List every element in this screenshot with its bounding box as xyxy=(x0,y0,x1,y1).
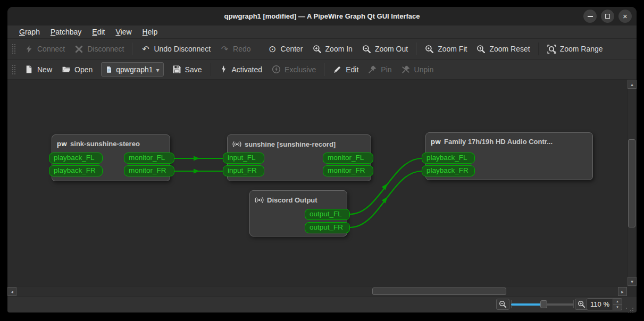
port-monitor-fl[interactable]: monitor_FL xyxy=(323,153,373,164)
zoom-slider[interactable] xyxy=(511,297,574,312)
zoom-fit-button[interactable]: Zoom Fit xyxy=(420,41,472,57)
window-controls: × xyxy=(583,10,632,23)
zoom-in-button[interactable]: Zoom In xyxy=(308,41,357,57)
toolbar-grip[interactable] xyxy=(11,43,15,55)
zoom-out-icon xyxy=(362,45,371,54)
toolbar-separator xyxy=(210,63,211,76)
zoom-spinbox[interactable]: 110 % ▴ ▾ xyxy=(587,298,622,310)
node-title: Family 17h/19h HD Audio Contr... xyxy=(444,138,553,146)
zoom-range-button[interactable]: Zoom Range xyxy=(542,41,608,57)
slider-groove-empty xyxy=(543,303,574,306)
undo-disconnect-button[interactable]: Undo Disconnect xyxy=(136,41,215,57)
horizontal-scrollbar[interactable]: ◂ ▸ xyxy=(7,286,627,296)
toolbar-separator xyxy=(538,43,539,55)
maximize-button[interactable] xyxy=(601,10,614,23)
statusbar-zoom-out-button[interactable] xyxy=(496,299,509,310)
redo-button: Redo xyxy=(215,41,255,57)
vertical-scrollbar[interactable]: ▴ ▾ xyxy=(627,80,637,286)
triangle-down-icon: ▾ xyxy=(631,279,633,284)
menu-edit[interactable]: Edit xyxy=(87,27,110,38)
port-input-fl[interactable]: input_FL xyxy=(223,153,264,164)
port-playback-fl[interactable]: playback_FL xyxy=(422,153,475,164)
zoom-in-icon xyxy=(578,300,586,308)
port-monitor-fl[interactable]: monitor_FL xyxy=(124,153,174,164)
spin-up-button[interactable]: ▴ xyxy=(613,298,622,305)
open-button[interactable]: Open xyxy=(57,62,97,77)
triangle-up-icon: ▴ xyxy=(616,299,618,303)
new-button[interactable]: New xyxy=(20,62,57,77)
zoom-value[interactable]: 110 % xyxy=(587,298,613,310)
vertical-scroll-thumb[interactable] xyxy=(628,139,635,227)
titlebar[interactable]: qpwgraph1 [modified] — A PipeWire Graph … xyxy=(7,7,637,26)
unpin-button: Unpin xyxy=(397,62,439,77)
scroll-right-button[interactable]: ▸ xyxy=(618,287,627,296)
disconnect-icon xyxy=(74,45,83,54)
zoom-reset-icon xyxy=(476,45,486,54)
spin-down-button[interactable]: ▾ xyxy=(613,305,622,310)
toolbar-graph: Connect Disconnect Undo Disconnect Redo … xyxy=(7,38,637,59)
new-file-icon xyxy=(24,65,34,74)
graph-canvas[interactable]: pw sink-sunshine-stereo playback_FL play… xyxy=(7,79,637,296)
scroll-left-button[interactable]: ◂ xyxy=(7,287,16,296)
port-playback-fr[interactable]: playback_FR xyxy=(422,165,475,176)
close-icon: × xyxy=(623,12,628,20)
statusbar: 110 % ▴ ▾ xyxy=(7,296,637,311)
activated-bolt-icon xyxy=(219,65,228,74)
undo-icon xyxy=(141,45,150,54)
center-button[interactable]: Center xyxy=(263,41,308,57)
chevron-down-icon xyxy=(156,65,160,74)
port-monitor-fr[interactable]: monitor_FR xyxy=(124,165,174,176)
window-title: qpwgraph1 [modified] — A PipeWire Graph … xyxy=(224,12,420,20)
node-header: pw sink-sunshine-stereo xyxy=(52,135,170,150)
zoom-out-icon xyxy=(499,300,507,308)
scroll-up-button[interactable]: ▴ xyxy=(628,80,637,89)
close-button[interactable]: × xyxy=(618,10,632,23)
menu-help[interactable]: Help xyxy=(137,27,163,38)
node-header: sunshine [sunshine-record] xyxy=(228,135,371,151)
edit-button[interactable]: Edit xyxy=(328,62,363,77)
pin-icon xyxy=(368,65,377,74)
node-title: Discord Output xyxy=(267,196,317,204)
toolbar-separator xyxy=(324,63,325,76)
minimize-button[interactable] xyxy=(583,10,597,23)
pipewire-icon: pw xyxy=(431,138,441,146)
zoom-fit-icon xyxy=(425,45,434,54)
app-window: qpwgraph1 [modified] — A PipeWire Graph … xyxy=(7,7,637,312)
toolbar-separator xyxy=(416,43,417,55)
zoom-slider-handle[interactable] xyxy=(540,300,547,308)
pin-button: Pin xyxy=(363,62,396,77)
center-icon xyxy=(268,45,277,54)
port-output-fl[interactable]: output_FL xyxy=(305,209,350,220)
activated-button[interactable]: Activated xyxy=(214,62,267,77)
connect-icon xyxy=(24,45,34,54)
port-monitor-fr[interactable]: monitor_FR xyxy=(323,165,373,176)
save-button[interactable]: Save xyxy=(168,62,207,77)
zoom-range-icon xyxy=(547,45,556,54)
node-title: sink-sunshine-stereo xyxy=(70,140,140,148)
port-playback-fr[interactable]: playback_FR xyxy=(49,165,103,176)
port-playback-fl[interactable]: playback_FL xyxy=(49,153,103,164)
broadcast-icon xyxy=(232,140,241,149)
connections-layer xyxy=(7,80,637,286)
menu-graph[interactable]: Graph xyxy=(14,27,45,38)
toolbar-grip[interactable] xyxy=(11,64,15,75)
window-resize-grip[interactable] xyxy=(626,308,627,309)
port-input-fr[interactable]: input_FR xyxy=(223,165,264,176)
minimize-icon xyxy=(588,16,593,17)
exclusive-button: Exclusive xyxy=(267,62,321,77)
edit-pencil-icon xyxy=(333,65,342,74)
spin-buttons: ▴ ▾ xyxy=(613,298,622,310)
scroll-down-button[interactable]: ▾ xyxy=(628,277,637,286)
patchbay-file-icon xyxy=(105,66,113,73)
menu-view[interactable]: View xyxy=(110,27,137,38)
menubar: Graph Patchbay Edit View Help xyxy=(7,26,637,38)
node-title: sunshine [sunshine-record] xyxy=(245,140,336,148)
port-output-fr[interactable]: output_FR xyxy=(305,222,350,233)
patchbay-select[interactable]: qpwgraph1 xyxy=(101,62,163,77)
toolbar-separator xyxy=(132,43,133,55)
zoom-out-button[interactable]: Zoom Out xyxy=(357,41,413,57)
triangle-up-icon: ▴ xyxy=(631,82,633,87)
zoom-reset-button[interactable]: Zoom Reset xyxy=(472,41,534,57)
horizontal-scroll-thumb[interactable] xyxy=(372,288,506,295)
menu-patchbay[interactable]: Patchbay xyxy=(45,27,87,38)
